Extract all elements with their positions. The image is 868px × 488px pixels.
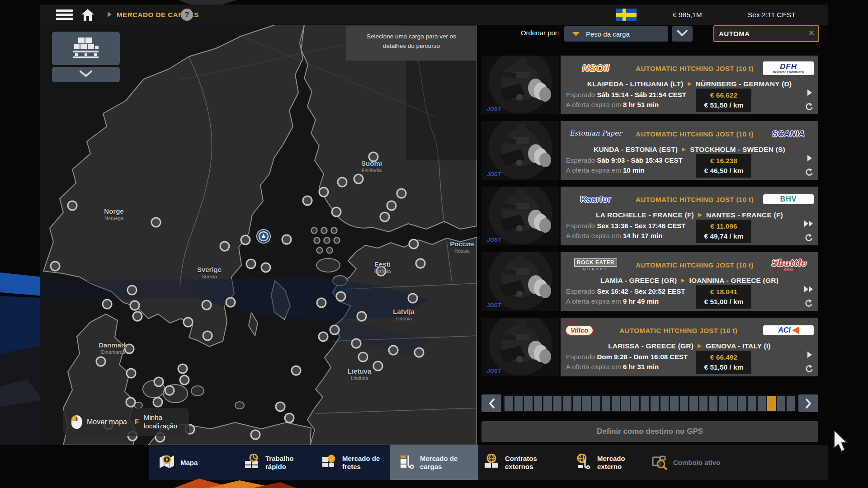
page-segment[interactable] [621, 396, 630, 411]
city-dot[interactable] [373, 361, 382, 371]
city-dot[interactable] [380, 212, 389, 221]
city-dot[interactable] [127, 286, 137, 295]
city-dot[interactable] [246, 259, 255, 268]
city-dot[interactable] [203, 331, 212, 340]
clear-search-icon[interactable]: ✕ [808, 28, 815, 38]
city-dot[interactable] [409, 239, 418, 249]
map-canvas[interactable]: SuomiFinlândiaNorgeNoruegaSverigeSuéciaE… [40, 25, 477, 445]
city-dot[interactable] [103, 300, 112, 309]
city-dot[interactable] [241, 235, 250, 244]
page-segment[interactable] [573, 396, 581, 411]
city-dot[interactable] [332, 207, 341, 216]
page-segment[interactable] [602, 396, 610, 411]
page-segment[interactable] [553, 396, 562, 411]
cargo-offer-row[interactable]: JOSTNSOilAUTOMATIC HITCHING JOST (10 t)D… [481, 56, 818, 114]
city-dot[interactable] [68, 201, 77, 210]
page-segment[interactable] [651, 396, 659, 411]
page-segment-active[interactable] [767, 396, 776, 411]
city-dot[interactable] [317, 298, 326, 307]
city-dot[interactable] [285, 413, 294, 422]
city-dot[interactable] [389, 346, 398, 355]
sort-expand-button[interactable] [672, 26, 693, 42]
cargo-offer-row[interactable]: JOSTVillcoAUTOMATIC HITCHING JOST (10 t)… [481, 318, 818, 376]
page-segment[interactable] [748, 396, 756, 411]
prev-page-button[interactable] [481, 394, 501, 412]
city-dot[interactable] [319, 188, 328, 197]
page-segment[interactable] [612, 396, 620, 411]
search-input[interactable] [719, 26, 802, 41]
nav-item-freight-market[interactable]: Mercado de fretes [320, 445, 391, 480]
map-filter-expand-button[interactable] [52, 67, 120, 82]
city-dot[interactable] [126, 398, 135, 407]
city-dot[interactable] [377, 267, 386, 276]
city-dot[interactable] [338, 178, 347, 187]
nav-item-quick-job[interactable]: Trabalho rápido [243, 445, 314, 480]
city-dot[interactable] [357, 312, 366, 321]
nav-item-cargo-market[interactable]: Mercado de cargas [398, 445, 469, 480]
city-dot[interactable] [319, 332, 328, 341]
city-dot[interactable] [127, 369, 136, 378]
page-segment[interactable] [582, 396, 591, 411]
cargo-offer-row[interactable]: JOSTKaarforAUTOMATIC HITCHING JOST (10 t… [481, 187, 818, 245]
city-dot[interactable] [369, 152, 378, 161]
sort-dropdown[interactable]: Peso da carga [564, 26, 668, 42]
next-page-button[interactable] [798, 394, 818, 412]
page-segment[interactable] [680, 396, 689, 411]
city-dot[interactable] [415, 348, 424, 357]
city-dot[interactable] [282, 235, 291, 244]
city-dot[interactable] [303, 196, 312, 205]
page-segment[interactable] [660, 396, 669, 411]
city-dot[interactable] [184, 318, 193, 327]
city-dot[interactable] [397, 189, 406, 198]
city-dot[interactable] [165, 386, 174, 395]
page-segment[interactable] [709, 396, 717, 411]
menu-icon[interactable] [56, 9, 73, 20]
page-segment[interactable] [543, 396, 552, 411]
page-segment[interactable] [505, 396, 513, 411]
page-segment[interactable] [738, 396, 747, 411]
city-dot[interactable] [133, 312, 142, 321]
page-segment[interactable] [728, 396, 737, 411]
city-dot[interactable] [51, 262, 60, 271]
nav-item-external-market[interactable]: Mercado externo [575, 445, 646, 480]
page-segment[interactable] [699, 396, 708, 411]
city-dot[interactable] [96, 357, 105, 366]
page-segment[interactable] [670, 396, 679, 411]
city-dot[interactable] [292, 366, 301, 375]
page-segment[interactable] [592, 396, 601, 411]
city-dot[interactable] [220, 242, 229, 251]
city-dot[interactable] [354, 174, 363, 183]
city-dot[interactable] [330, 325, 339, 334]
page-segment[interactable] [631, 396, 640, 411]
nav-item-external-contracts[interactable]: Contratos externos [483, 445, 554, 480]
nav-item-map[interactable]: Mapa [158, 445, 198, 480]
help-icon[interactable]: ? [181, 9, 193, 21]
page-segment[interactable] [514, 396, 523, 411]
city-dot[interactable] [202, 300, 211, 310]
home-icon[interactable] [80, 8, 95, 23]
city-dot[interactable] [154, 377, 163, 386]
city-dot[interactable] [178, 364, 187, 373]
page-segment[interactable] [787, 396, 795, 411]
page-segment[interactable] [777, 396, 786, 411]
city-dot[interactable] [251, 430, 260, 439]
city-dot[interactable] [352, 339, 361, 348]
city-dot[interactable] [130, 301, 139, 310]
page-segment[interactable] [719, 396, 727, 411]
city-dot[interactable] [359, 352, 368, 361]
page-segment[interactable] [563, 396, 571, 411]
city-dot[interactable] [387, 201, 396, 210]
page-segment[interactable] [641, 396, 649, 411]
page-segment[interactable] [689, 396, 698, 411]
page-segment[interactable] [758, 396, 766, 411]
city-dot[interactable] [180, 375, 189, 385]
cargo-type-filter-button[interactable] [52, 32, 120, 65]
cargo-offer-row[interactable]: JOSTEstonian PaperAUTOMATIC HITCHING JOS… [481, 121, 818, 180]
city-dot[interactable] [125, 344, 134, 353]
city-dot[interactable] [336, 292, 345, 301]
city-dot[interactable] [416, 259, 425, 268]
page-segment[interactable] [524, 396, 533, 411]
city-dot[interactable] [276, 402, 285, 411]
city-dot[interactable] [408, 294, 417, 303]
city-dot[interactable] [261, 263, 270, 272]
